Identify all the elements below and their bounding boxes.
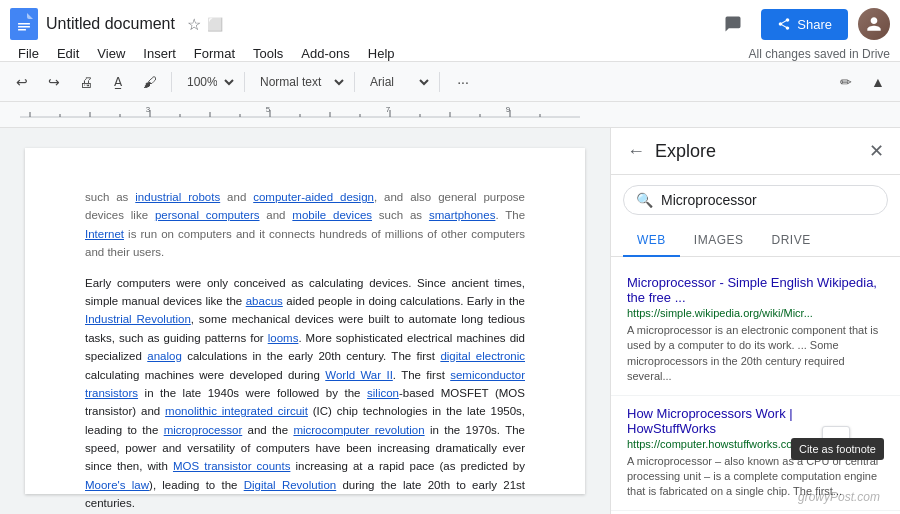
svg-rect-0 [18, 23, 30, 25]
main-content: such as industrial robots and computer-a… [0, 128, 900, 514]
result-desc-0: A microprocessor is an electronic compon… [627, 323, 884, 385]
tab-images[interactable]: IMAGES [680, 225, 758, 257]
menu-bar: File Edit View Insert Format Tools Add-o… [0, 44, 900, 63]
svg-text:7: 7 [386, 105, 391, 114]
toolbar-separator-2 [244, 72, 245, 92]
comment-icon [723, 14, 743, 34]
menu-tools[interactable]: Tools [245, 44, 291, 63]
share-icon [777, 17, 791, 31]
toolbar-separator-3 [354, 72, 355, 92]
document-page: such as industrial robots and computer-a… [25, 148, 585, 494]
ruler-bar: 3 5 7 9 [0, 102, 900, 127]
explore-panel: ← Explore ✕ 🔍 WEB IMAGES DRIVE Microproc… [610, 128, 900, 514]
spellcheck-button[interactable]: A̲ [104, 68, 132, 96]
menu-format[interactable]: Format [186, 44, 243, 63]
doc-icon [10, 8, 38, 40]
doc-para-1: Early computers were only conceived as c… [85, 274, 525, 513]
explore-search-input[interactable] [661, 192, 875, 208]
edit-mode-button[interactable]: ✏ [832, 68, 860, 96]
comment-button[interactable] [715, 6, 751, 42]
formatting-toolbar: ↩ ↪ 🖨 A̲ 🖌 100% 75% 125% 150% Normal tex… [0, 62, 900, 102]
menu-edit[interactable]: Edit [49, 44, 87, 63]
top-right-actions: Share [715, 6, 890, 42]
avatar-icon [864, 14, 884, 34]
toolbar-separator-4 [439, 72, 440, 92]
more-options-button[interactable]: ··· [449, 68, 477, 96]
font-select[interactable]: Arial Times New Roman Verdana [362, 72, 432, 92]
search-results: Microprocessor - Simple English Wikipedi… [611, 257, 900, 514]
svg-text:3: 3 [146, 105, 151, 114]
user-avatar[interactable] [858, 8, 890, 40]
menu-insert[interactable]: Insert [135, 44, 184, 63]
title-icons: ☆ ⬜ [187, 15, 223, 34]
menu-file[interactable]: File [10, 44, 47, 63]
print-button[interactable]: 🖨 [72, 68, 100, 96]
autosave-status: All changes saved in Drive [749, 47, 890, 61]
share-button[interactable]: Share [761, 9, 848, 40]
share-label: Share [797, 17, 832, 32]
paint-format-button[interactable]: 🖌 [136, 68, 164, 96]
document-title[interactable]: Untitled document [46, 15, 175, 33]
menu-view[interactable]: View [89, 44, 133, 63]
svg-text:5: 5 [266, 105, 271, 114]
result-item-0[interactable]: Microprocessor - Simple English Wikipedi… [611, 265, 900, 396]
google-docs-logo-icon [15, 13, 33, 35]
tab-drive[interactable]: DRIVE [758, 225, 825, 257]
explore-tabs: WEB IMAGES DRIVE [611, 225, 900, 257]
svg-rect-1 [18, 26, 30, 28]
document-area[interactable]: such as industrial robots and computer-a… [0, 128, 610, 514]
svg-rect-2 [18, 29, 26, 31]
toolbar-separator-1 [171, 72, 172, 92]
back-arrow-icon[interactable]: ← [627, 141, 645, 162]
result-url-0: https://simple.wikipedia.org/wiki/Micr..… [627, 307, 884, 319]
svg-text:9: 9 [506, 105, 511, 114]
watermark: growyPost.com [798, 490, 880, 504]
menu-addons[interactable]: Add-ons [293, 44, 357, 63]
search-icon: 🔍 [636, 192, 653, 208]
tab-web[interactable]: WEB [623, 225, 680, 257]
explore-search-bar[interactable]: 🔍 [623, 185, 888, 215]
toolbar-chevron-up[interactable]: ▲ [864, 68, 892, 96]
explore-title: Explore [655, 141, 859, 162]
explore-header: ← Explore ✕ [611, 128, 900, 175]
top-bar: Untitled document ☆ ⬜ Share File Edit Vi… [0, 0, 900, 62]
redo-button[interactable]: ↪ [40, 68, 68, 96]
zoom-select[interactable]: 100% 75% 125% 150% [179, 72, 237, 92]
title-row: Untitled document ☆ ⬜ Share [0, 0, 900, 44]
ruler-svg: 3 5 7 9 [0, 102, 900, 128]
menu-help[interactable]: Help [360, 44, 403, 63]
cite-footnote-tooltip: Cite as footnote [791, 438, 884, 460]
drive-icon[interactable]: ⬜ [207, 17, 223, 32]
doc-para-0: such as industrial robots and computer-a… [85, 188, 525, 262]
star-icon[interactable]: ☆ [187, 15, 201, 34]
result-title-0: Microprocessor - Simple English Wikipedi… [627, 275, 884, 305]
undo-button[interactable]: ↩ [8, 68, 36, 96]
ruler: 3 5 7 9 [0, 102, 900, 128]
paragraph-style-select[interactable]: Normal text Heading 1 Heading 2 [252, 72, 347, 92]
close-explore-button[interactable]: ✕ [869, 140, 884, 162]
